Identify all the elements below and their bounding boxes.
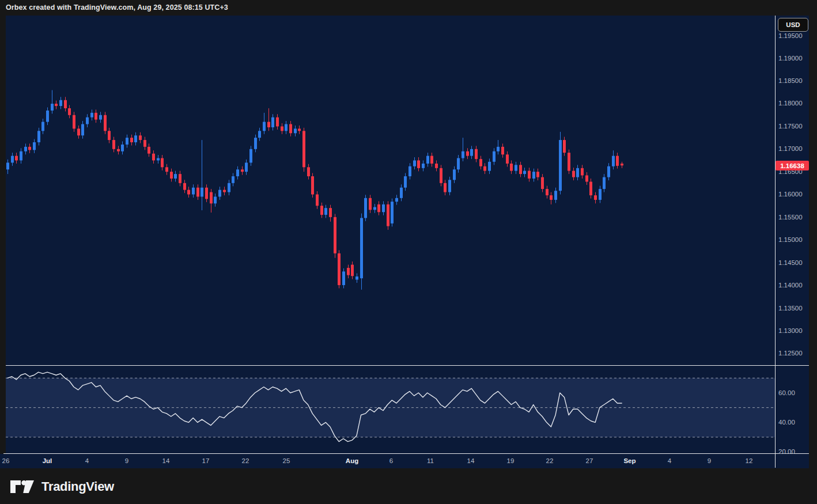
time-axis-label: Sep	[623, 457, 636, 465]
candle-body	[603, 177, 606, 189]
candle-body	[576, 168, 579, 177]
candle-body	[86, 118, 89, 124]
candle-body	[121, 145, 124, 151]
price-axis-label: 1.13000	[778, 327, 803, 335]
candle-body	[157, 158, 160, 161]
candle-body	[382, 204, 385, 212]
candle-body	[408, 166, 411, 176]
candle-body	[528, 171, 531, 179]
candle-body	[612, 156, 615, 166]
candle-body	[161, 158, 164, 168]
candle-body	[267, 122, 270, 127]
candle-body	[165, 167, 168, 172]
candle-body	[214, 196, 217, 203]
candle-body	[94, 113, 97, 120]
candle-body	[457, 158, 460, 170]
time-axis-label: 9	[125, 457, 128, 465]
candle-body	[170, 172, 173, 179]
candle-body	[55, 104, 58, 106]
candle-body	[236, 169, 239, 176]
candle-body	[373, 207, 376, 210]
price-axis-label: 1.17000	[778, 145, 803, 153]
rsi-axis-label: 60.00	[778, 389, 795, 397]
candle-body	[360, 218, 363, 278]
candle-body	[90, 113, 93, 118]
price-axis-label: 1.15500	[778, 213, 803, 221]
candle-body	[391, 202, 394, 223]
attribution-text: Orbex created with TradingView.com, Aug …	[6, 3, 228, 12]
candle-body	[112, 140, 115, 149]
candle-body	[228, 183, 230, 192]
candle-body	[11, 156, 14, 163]
candle-body	[147, 147, 150, 154]
candle-body	[519, 165, 522, 174]
candle-body	[563, 140, 566, 153]
candle-body	[546, 189, 549, 195]
candle-body	[81, 124, 84, 136]
time-axis-label: 11	[427, 457, 434, 465]
candle-body	[249, 149, 252, 163]
price-axis-label: 1.19000	[778, 54, 803, 62]
candle-body	[302, 131, 305, 167]
candle-body	[68, 108, 71, 115]
tradingview-logo-link[interactable]: TradingView	[9, 478, 114, 495]
attribution-bar: Orbex created with TradingView.com, Aug …	[0, 0, 817, 16]
candle-body	[298, 128, 301, 131]
candle-body	[621, 164, 623, 165]
time-axis-label: Jul	[43, 457, 52, 465]
time-axis-label: 19	[507, 457, 515, 465]
candle-body	[364, 198, 367, 218]
time-axis-label: 27	[586, 457, 593, 465]
candle-body	[506, 154, 509, 164]
time-axis-label: 22	[546, 457, 554, 465]
price-axis-label: 1.16000	[778, 190, 803, 198]
candle-body	[316, 195, 319, 206]
candle-body	[245, 162, 248, 172]
chart-canvas[interactable]	[0, 0, 817, 504]
candle-body	[24, 147, 27, 151]
currency-toggle-button[interactable]: USD	[778, 18, 808, 32]
candle-body	[329, 208, 332, 217]
candle-body	[572, 171, 575, 177]
candle-body	[475, 149, 478, 159]
time-axis-label: 14	[162, 457, 170, 465]
candle-body	[285, 124, 288, 131]
candle-body	[470, 149, 473, 156]
candle-body	[218, 190, 221, 197]
candle-body	[254, 138, 257, 149]
candle-body	[258, 131, 261, 138]
candle-body	[320, 206, 323, 215]
candle-body	[501, 147, 504, 154]
candle-body	[281, 126, 283, 131]
candle-body	[152, 154, 155, 161]
candle-body	[41, 122, 44, 131]
time-axis-label: 14	[467, 457, 475, 465]
candle-body	[497, 147, 500, 151]
candle-body	[554, 191, 557, 200]
price-axis-label: 1.18500	[778, 77, 803, 85]
candle-body	[6, 162, 9, 169]
candle-body	[37, 131, 40, 142]
candle-body	[28, 147, 31, 150]
time-axis-label: 22	[242, 457, 249, 465]
candle-body	[413, 160, 416, 166]
candle-body	[307, 167, 310, 176]
candle-body	[294, 128, 297, 133]
candle-body	[108, 131, 111, 140]
candle-body	[417, 160, 420, 168]
candle-body	[426, 156, 429, 164]
candle-body	[183, 183, 186, 190]
candle-body	[139, 135, 142, 140]
price-axis-label: 1.12500	[778, 349, 803, 357]
candle-body	[585, 175, 588, 181]
candle-body	[493, 151, 496, 162]
candle-body	[232, 176, 234, 183]
candle-body	[523, 171, 526, 175]
candle-body	[479, 159, 482, 166]
candle-body	[51, 104, 54, 111]
candle-body	[440, 168, 442, 183]
candle-body	[205, 188, 208, 199]
candle-body	[289, 124, 292, 134]
tradingview-logo-icon	[9, 479, 36, 494]
time-axis-label: 12	[746, 457, 753, 465]
